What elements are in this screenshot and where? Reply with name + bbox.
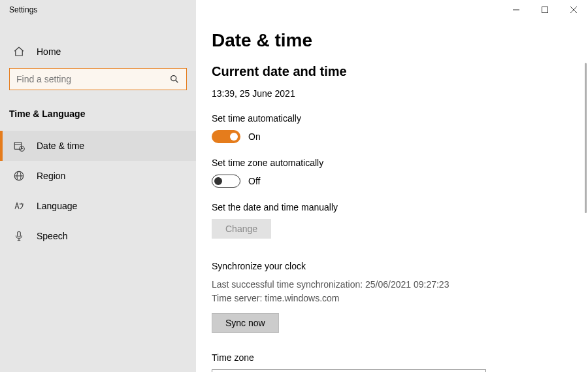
language-icon [13,200,25,212]
set-zone-auto-toggle[interactable] [212,175,240,188]
nav-item-region[interactable]: Region [0,161,196,191]
maximize-button[interactable] [531,0,559,20]
current-datetime-heading: Current date and time [212,64,558,79]
page-title: Date & time [212,30,558,51]
svg-point-0 [171,76,176,81]
nav-item-label: Language [37,201,77,211]
nav-item-label: Region [37,171,65,181]
main-panel: Date & time Current date and time 13:39,… [196,0,588,372]
nav-item-language[interactable]: Language [0,191,196,221]
sync-now-button[interactable]: Sync now [212,313,279,333]
time-server-text: Time server: time.windows.com [212,292,558,305]
nav-item-date-time[interactable]: Date & time [0,131,196,161]
current-datetime-value: 13:39, 25 June 2021 [212,88,558,99]
nav-item-label: Date & time [37,141,84,151]
search-icon [169,74,180,84]
titlebar [502,0,588,20]
window-title: Settings [0,0,196,20]
timezone-label: Time zone [212,352,558,363]
search-box[interactable] [9,68,187,90]
nav-item-speech[interactable]: Speech [0,221,196,251]
last-sync-text: Last successful time synchronization: 25… [212,278,558,292]
manual-datetime-label: Set the date and time manually [212,202,558,212]
scrollbar-thumb[interactable] [585,63,587,213]
category-heading: Time & Language [0,98,196,131]
timezone-dropdown[interactable]: (UTC+00:00) Dublin, Edinburgh, Lisbon, L… [212,369,486,372]
set-zone-auto-state: Off [248,176,260,186]
microphone-icon [13,230,25,242]
svg-rect-2 [14,143,22,150]
calendar-clock-icon [13,140,25,152]
home-icon [13,46,25,58]
svg-rect-10 [542,7,548,13]
sync-heading: Synchronize your clock [212,261,558,271]
home-nav[interactable]: Home [0,38,196,65]
close-button[interactable] [559,0,588,20]
home-label: Home [37,46,61,57]
minimize-button[interactable] [502,0,531,20]
svg-rect-8 [18,231,21,237]
set-time-auto-label: Set time automatically [212,113,558,124]
globe-icon [13,170,25,182]
set-zone-auto-label: Set time zone automatically [212,158,558,168]
search-input[interactable] [16,74,169,84]
change-datetime-button: Change [212,219,271,239]
sidebar: Settings Home Time & Language Date & tim… [0,0,196,372]
set-time-auto-state: On [248,131,261,142]
svg-line-1 [176,80,178,82]
set-time-auto-toggle[interactable] [212,130,240,143]
nav-item-label: Speech [37,231,67,241]
